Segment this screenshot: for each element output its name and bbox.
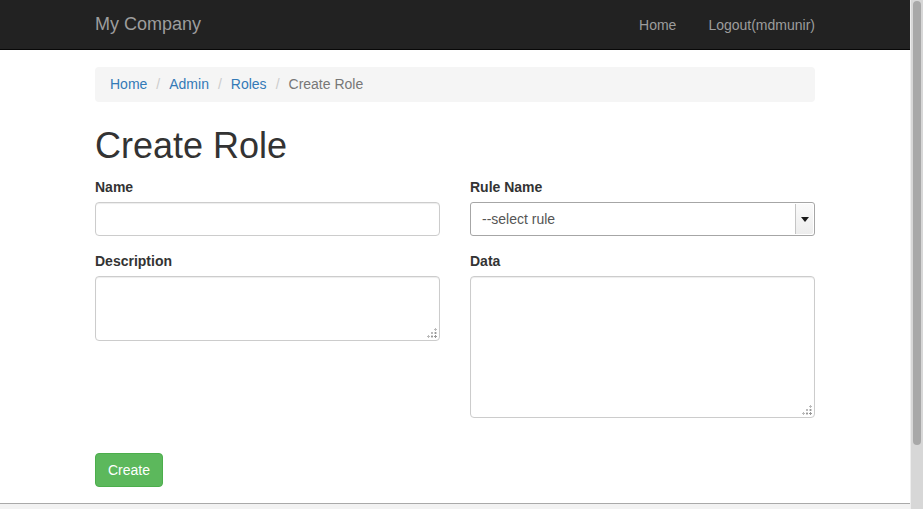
- breadcrumb-link-home[interactable]: Home: [110, 75, 147, 94]
- rule-name-label: Rule Name: [470, 178, 815, 196]
- nav-link-logout[interactable]: Logout(mdmunir): [708, 17, 815, 33]
- name-label: Name: [95, 178, 440, 196]
- rule-name-select[interactable]: --select rule: [470, 202, 815, 236]
- navbar: My Company Home Logout(mdmunir): [0, 0, 910, 50]
- breadcrumb-separator: /: [156, 75, 160, 94]
- nav-link-home[interactable]: Home: [639, 17, 676, 33]
- create-button[interactable]: Create: [95, 453, 163, 487]
- data-textarea[interactable]: [470, 276, 815, 418]
- resize-grip-icon[interactable]: [802, 405, 812, 415]
- content-area: My Company Home Logout(mdmunir) Home / A…: [0, 0, 910, 509]
- form-column-right: Rule Name --select rule Data: [455, 178, 830, 434]
- breadcrumb-current: Create Role: [289, 75, 364, 94]
- resize-grip-icon[interactable]: [427, 328, 437, 338]
- vertical-scrollbar[interactable]: [910, 0, 923, 509]
- scrollbar-thumb[interactable]: [913, 1, 921, 445]
- rule-name-selected-option: --select rule: [471, 211, 555, 227]
- data-label: Data: [470, 252, 815, 270]
- description-textarea[interactable]: [95, 276, 440, 341]
- breadcrumb-separator: /: [276, 75, 280, 94]
- form-column-left: Name Description: [80, 178, 455, 434]
- page: My Company Home Logout(mdmunir) Home / A…: [0, 0, 923, 509]
- form-row: Name Description Rule Name: [80, 178, 830, 434]
- navbar-links: Home Logout(mdmunir): [639, 17, 815, 33]
- breadcrumb-link-admin[interactable]: Admin: [169, 75, 209, 94]
- breadcrumb-separator: /: [218, 75, 222, 94]
- dropdown-arrow-icon[interactable]: [795, 204, 813, 234]
- navbar-brand[interactable]: My Company: [95, 14, 201, 35]
- page-title: Create Role: [95, 126, 815, 166]
- description-label: Description: [95, 252, 440, 270]
- breadcrumb: Home / Admin / Roles / Create Role: [95, 67, 815, 102]
- breadcrumb-link-roles[interactable]: Roles: [231, 75, 267, 94]
- footer-divider: [0, 503, 910, 509]
- name-input[interactable]: [95, 202, 440, 236]
